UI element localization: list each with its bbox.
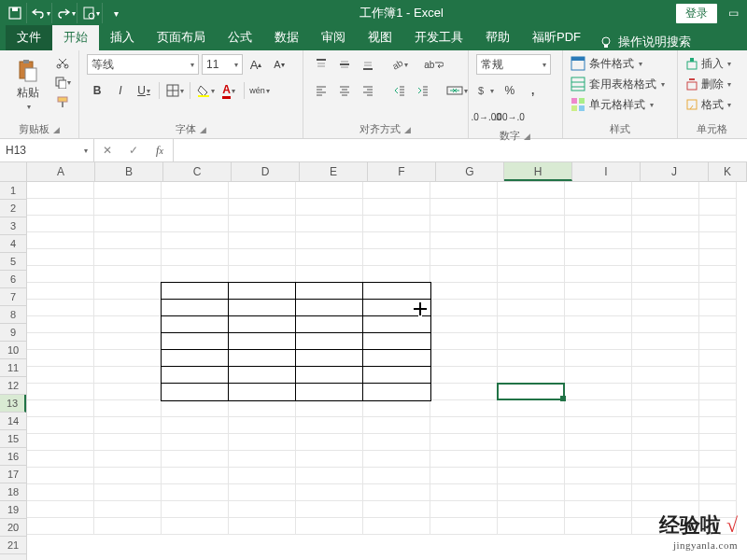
tab-insert[interactable]: 插入 [99,25,146,50]
decrease-indent-button[interactable] [389,80,410,101]
cancel-formula-icon[interactable]: ✕ [94,144,120,157]
align-center-button[interactable] [334,80,355,101]
format-cells-button[interactable]: 格式▾ [685,95,731,114]
cut-icon[interactable] [54,54,71,71]
fill-handle[interactable] [560,396,566,401]
font-color-button[interactable]: A▾ [218,80,239,101]
row-header[interactable]: 10 [0,342,26,359]
enter-formula-icon[interactable]: ✓ [120,144,147,157]
font-size-combo[interactable]: 11▾ [202,54,243,75]
tab-formulas[interactable]: 公式 [217,25,263,50]
paste-button[interactable]: 粘贴 ▾ [7,54,49,116]
tab-file[interactable]: 文件 [6,25,52,50]
row-headers[interactable]: 123456789101112131415161718192021 [0,182,27,560]
row-header[interactable]: 20 [0,519,26,537]
row-header[interactable]: 15 [0,430,26,448]
merge-center-button[interactable]: ▾ [444,80,471,101]
number-format-combo[interactable]: 常规▾ [476,54,551,75]
dialog-launcher-icon[interactable]: ◢ [404,125,411,134]
row-header[interactable]: 2 [0,200,26,217]
row-header[interactable]: 19 [0,501,26,519]
tab-view[interactable]: 视图 [357,25,403,50]
row-header[interactable]: 21 [0,537,26,554]
save-icon[interactable] [4,3,27,23]
column-header[interactable]: I [572,162,641,181]
tab-page-layout[interactable]: 页面布局 [146,25,217,50]
orientation-button[interactable]: ab▾ [389,54,410,75]
delete-cells-button[interactable]: 删除▾ [685,75,731,93]
name-box[interactable]: H13▾ [0,139,94,161]
grow-font-button[interactable]: A▴ [246,54,266,75]
tell-me[interactable]: 操作说明搜索 [599,34,691,50]
dialog-launcher-icon[interactable]: ◢ [200,125,206,134]
insert-function-button[interactable]: fx [147,144,173,158]
tab-home[interactable]: 开始 [52,25,99,50]
tab-review[interactable]: 审阅 [310,25,357,50]
column-header[interactable]: G [436,162,504,181]
row-header[interactable]: 8 [0,306,26,324]
row-header[interactable]: 11 [0,359,26,377]
dialog-launcher-icon[interactable]: ◢ [53,125,60,134]
insert-cells-button[interactable]: 插入▾ [685,54,731,73]
comma-button[interactable]: , [523,80,543,101]
print-preview-icon[interactable]: ▾ [79,3,103,23]
row-header[interactable]: 14 [0,413,26,430]
column-headers[interactable]: ABCDEFGHIJK [27,162,747,182]
align-right-button[interactable] [358,80,378,101]
active-cell[interactable] [497,383,565,400]
borders-button[interactable]: ▾ [164,80,185,101]
ribbon-display-icon[interactable]: ▭ [723,7,743,20]
redo-icon[interactable]: ▾ [54,3,78,23]
row-header[interactable]: 6 [0,271,26,288]
login-button[interactable]: 登录 [676,4,717,23]
row-header[interactable]: 12 [0,377,26,395]
accounting-format-button[interactable]: $▾ [476,80,497,101]
column-header[interactable]: B [95,162,163,181]
undo-icon[interactable]: ▾ [29,3,52,23]
row-header[interactable]: 9 [0,324,26,342]
row-header[interactable]: 17 [0,466,26,483]
row-header[interactable]: 7 [0,288,26,306]
worksheet-grid[interactable] [27,182,747,560]
align-bottom-button[interactable] [358,54,378,75]
row-header[interactable]: 5 [0,253,26,271]
italic-button[interactable]: I [110,80,131,101]
copy-icon[interactable]: ▾ [54,74,71,91]
row-header[interactable]: 3 [0,217,26,235]
conditional-formatting-button[interactable]: 条件格式▾ [571,54,642,73]
column-header[interactable]: H [504,162,572,181]
shrink-font-button[interactable]: A▾ [269,54,289,75]
font-name-combo[interactable]: 等线▾ [87,54,199,75]
tab-foxit-pdf[interactable]: 福昕PDF [521,25,592,50]
increase-indent-button[interactable] [413,80,433,101]
formula-bar[interactable] [174,139,747,161]
increase-decimal-button[interactable]: .0→.00 [476,106,497,127]
column-header[interactable]: J [641,162,709,181]
tab-developer[interactable]: 开发工具 [403,25,474,50]
tab-help[interactable]: 帮助 [474,25,521,50]
column-header[interactable]: K [709,162,747,181]
align-middle-button[interactable] [334,54,355,75]
row-header[interactable]: 18 [0,483,26,501]
cell-styles-button[interactable]: 单元格样式▾ [571,95,654,114]
align-left-button[interactable] [311,80,331,101]
row-header[interactable]: 4 [0,235,26,253]
column-header[interactable]: D [232,162,300,181]
phonetic-button[interactable]: wén▾ [249,80,270,101]
column-header[interactable]: A [27,162,95,181]
qat-customize-icon[interactable]: ▾ [105,3,127,23]
row-header[interactable]: 13 [0,395,26,413]
format-as-table-button[interactable]: 套用表格格式▾ [571,75,665,93]
row-header[interactable]: 1 [0,182,26,200]
tab-data[interactable]: 数据 [263,25,310,50]
fill-color-button[interactable]: ▾ [195,80,216,101]
format-painter-icon[interactable] [54,93,71,110]
column-header[interactable]: E [300,162,368,181]
align-top-button[interactable] [311,54,331,75]
underline-button[interactable]: U▾ [134,80,154,101]
column-header[interactable]: F [368,162,436,181]
decrease-decimal-button[interactable]: .00→.0 [500,106,520,127]
bold-button[interactable]: B [87,80,107,101]
wrap-text-button[interactable]: ab [421,54,447,75]
percent-button[interactable]: % [500,80,520,101]
